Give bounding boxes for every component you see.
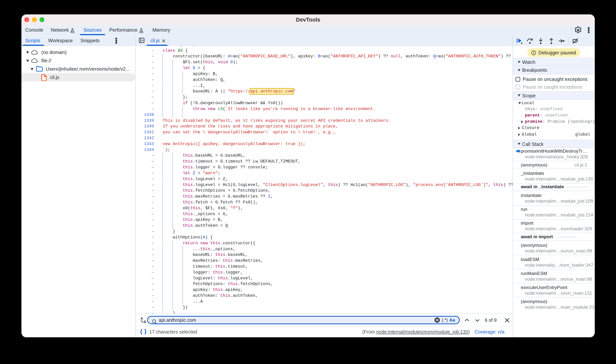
svg-text:B: B bbox=[144, 320, 146, 324]
svg-text:A: A bbox=[140, 316, 143, 320]
